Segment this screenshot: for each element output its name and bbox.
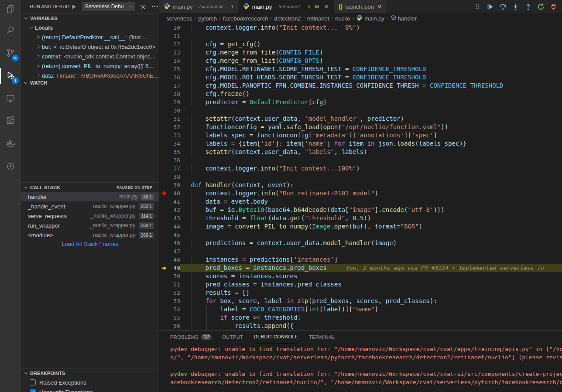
breakpoint-margin[interactable] [159, 24, 169, 32]
breakpoint-margin[interactable] [159, 82, 169, 90]
code-line-43[interactable]: 43 threshold = float(data.get("threshold… [159, 214, 562, 222]
stack-frame[interactable]: run_wrapper_nuclio_wrapper.py360:1 [21, 221, 159, 230]
editor-tab[interactable]: {}launch.jsonM [334, 0, 386, 13]
breadcrumb-item[interactable]: facebookresearch [223, 15, 268, 22]
code-line-50[interactable]: 50 scores = instances.scores [159, 272, 562, 280]
stack-frame[interactable]: <module>_nuclio_wrapper.py366:1 [21, 230, 159, 240]
code-line-31[interactable]: 31 setattr(context.user_data, 'model_han… [159, 115, 562, 123]
code-line-56[interactable]: 56 results.append({ [159, 322, 562, 330]
stack-frame[interactable]: _handle_event_nuclio_wrapper.py262:1 [21, 201, 159, 211]
activitybar-docker[interactable] [0, 133, 21, 155]
code-line-41[interactable]: 41 data = event.body [159, 198, 562, 206]
editor-tab[interactable]: main.py.../retinanet/...4,M× [239, 0, 334, 13]
variables-scope-locals[interactable]: Locals [21, 23, 159, 32]
breakpoint-margin[interactable] [159, 322, 169, 330]
code-line-24[interactable]: 24 cfg.merge_from_list(CONFIG_OPTS) [159, 57, 562, 65]
breakpoint-margin[interactable] [159, 148, 169, 156]
code-line-35[interactable]: 35 setattr(context.user_data, "labels", … [159, 148, 562, 156]
code-line-36[interactable]: 36 [159, 156, 562, 164]
activitybar-circle-tool[interactable] [0, 155, 21, 178]
breakpoint-margin[interactable] [159, 57, 169, 65]
code-line-27[interactable]: 27 cfg.MODEL.PANOPTIC_FPN.COMBINE.INSTAN… [159, 82, 562, 90]
breakpoint-row[interactable]: Raised Exceptions [21, 378, 159, 387]
breakpoint-margin[interactable] [159, 206, 169, 214]
code-line-49[interactable]: 49 pred_boxes = instances.pred_boxesYou,… [159, 264, 562, 272]
activitybar-extensions[interactable] [0, 110, 21, 133]
restart-button[interactable] [536, 2, 545, 11]
more-actions-icon[interactable]: ··· [151, 2, 159, 11]
panel-tab-output[interactable]: OUTPUT [222, 331, 243, 343]
variables-section-header[interactable]: VARIABLES [21, 13, 159, 23]
breakpoint-margin[interactable] [159, 214, 169, 222]
code-line-28[interactable]: 28 cfg.freeze() [159, 90, 562, 98]
breakpoint-margin[interactable] [159, 73, 169, 82]
code-line-40[interactable]: 40 context.logger.info("Run retinanet-R1… [159, 189, 562, 198]
gear-icon[interactable] [139, 2, 147, 11]
breakpoint-margin[interactable] [159, 140, 169, 148]
breadcrumb-item[interactable]: serverless [166, 15, 192, 22]
code-line-51[interactable]: 51 pred_classes = instances.pred_classes [159, 280, 562, 289]
panel-tab-terminal[interactable]: TERMINAL [309, 331, 335, 343]
editor-tab[interactable]: main.py.../siammask/...1 [159, 0, 239, 13]
activitybar-remote-explorer[interactable] [0, 87, 21, 110]
breakpoints-section-header[interactable]: BREAKPOINTS [21, 368, 159, 378]
variable-row[interactable]: (return) DefaultPredictor.__call__:{'ins… [21, 32, 159, 42]
code-line-38[interactable]: 38 [159, 173, 562, 181]
code-line-46[interactable]: 46 predictions = context.user_data.model… [159, 239, 562, 247]
step-out-button[interactable] [524, 2, 532, 11]
breakpoint-margin[interactable] [159, 222, 169, 231]
breadcrumb-item[interactable]: nuclio [335, 15, 350, 22]
code-line-23[interactable]: 23 cfg.merge_from_file(CONFIG_FILE) [159, 48, 562, 57]
call-stack-section-header[interactable]: CALL STACK PAUSED ON STEP [21, 182, 159, 192]
breakpoint-margin[interactable] [159, 106, 169, 115]
breakpoint-margin[interactable] [159, 164, 169, 173]
code-line-52[interactable]: 52 results = [] [159, 289, 562, 297]
code-line-30[interactable]: 30 [159, 106, 562, 115]
breadcrumb-item[interactable]: retinanet [307, 15, 329, 22]
breakpoint-margin[interactable] [159, 48, 169, 57]
breakpoint-margin[interactable] [159, 297, 169, 305]
breakpoint-row[interactable]: ✓Uncaught Exceptions [21, 387, 159, 392]
breakpoint-margin[interactable] [159, 40, 169, 48]
code-line-33[interactable]: 33 labels_spec = functionconfig['metadat… [159, 131, 562, 140]
breakpoint-margin[interactable] [159, 289, 169, 297]
breakpoint-margin[interactable] [159, 181, 169, 189]
code-line-37[interactable]: 37 context.logger.info("Init context...1… [159, 164, 562, 173]
step-over-button[interactable] [498, 2, 507, 11]
breakpoint-margin[interactable] [159, 272, 169, 280]
code-line-55[interactable]: 55 if score >= threshold: [159, 314, 562, 322]
checkbox[interactable]: ✓ [30, 389, 36, 392]
breakpoint-margin[interactable] [159, 247, 169, 256]
code-line-21[interactable]: 21 [159, 32, 562, 40]
continue-button[interactable] [486, 2, 494, 11]
variable-row[interactable]: (return) convert_PIL_to_numpy:array([[[ … [21, 61, 159, 71]
breakpoint-margin[interactable] [159, 198, 169, 206]
activitybar-source-control[interactable]: 8 [0, 42, 21, 65]
activitybar-explorer[interactable] [0, 0, 21, 19]
watch-section-header[interactable]: WATCH [21, 78, 159, 87]
code-line-39[interactable]: 39def handler(context, event): [159, 181, 562, 189]
toolbar-grip-icon[interactable] [473, 2, 482, 11]
code-line-44[interactable]: 44 image = convert_PIL_to_numpy(Image.op… [159, 222, 562, 231]
variable-row[interactable]: buf:<_io.BytesIO object at 0x7f5a2dc1ecc… [21, 42, 159, 51]
breakpoint-margin[interactable] [159, 123, 169, 131]
launch-config-dropdown[interactable]: Serverless Debu [82, 2, 135, 11]
breadcrumb-item[interactable]: handler [391, 15, 417, 22]
breakpoint-margin[interactable] [159, 156, 169, 164]
breakpoint-margin[interactable] [159, 115, 169, 123]
breakpoint-margin[interactable] [159, 305, 169, 314]
breakpoint-margin[interactable] [159, 264, 169, 272]
breakpoint-margin[interactable] [159, 65, 169, 73]
code-line-29[interactable]: 29 predictor = DefaultPredictor(cfg) [159, 98, 562, 106]
debug-console-output[interactable]: pydev debugger: unable to find translati… [159, 343, 562, 392]
stack-frame[interactable]: serve_requests_nuclio_wrapper.py114:1 [21, 211, 159, 221]
breakpoint-margin[interactable] [159, 189, 169, 198]
code-line-45[interactable]: 45 [159, 231, 562, 239]
breadcrumb-item[interactable]: detectron2 [274, 15, 301, 22]
breakpoint-margin[interactable] [159, 280, 169, 289]
code-line-53[interactable]: 53 for box, score, label in zip(pred_box… [159, 297, 562, 305]
load-all-stack-frames-link[interactable]: Load All Stack Frames [21, 241, 159, 247]
breakpoint-margin[interactable] [159, 173, 169, 181]
breakpoint-margin[interactable] [159, 98, 169, 106]
activitybar-run-and-debug[interactable]: 1 [0, 65, 21, 87]
